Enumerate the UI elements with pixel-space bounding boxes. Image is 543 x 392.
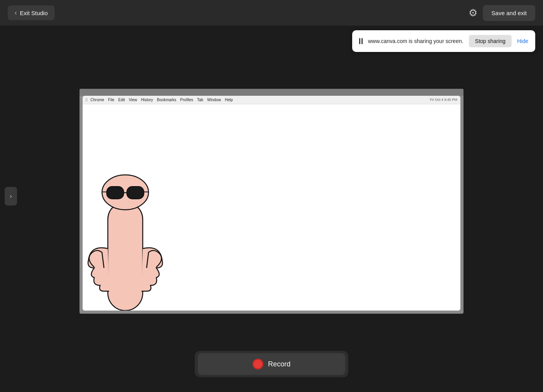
record-pill: Record xyxy=(195,351,348,377)
screen-share-bar: www.canva.com is sharing your screen. St… xyxy=(352,30,535,52)
top-bar: ‹ Exit Studio ⚙ Save and exit xyxy=(0,0,543,26)
svg-rect-3 xyxy=(127,187,144,199)
chevron-left-icon: ‹ xyxy=(15,9,17,16)
exit-studio-button[interactable]: ‹ Exit Studio xyxy=(8,5,55,20)
sidebar-toggle-button[interactable]: › xyxy=(5,187,17,205)
record-button[interactable]: Record xyxy=(198,353,345,375)
svg-rect-2 xyxy=(107,187,124,199)
mac-content-area xyxy=(83,104,460,311)
screen-preview:  Chrome File Edit View History Bookmark… xyxy=(80,89,463,314)
top-bar-right: ⚙ Save and exit xyxy=(469,5,535,21)
character-illustration xyxy=(83,148,168,311)
mac-menu-items: Chrome File Edit View History Bookmarks … xyxy=(90,98,233,102)
svg-rect-0 xyxy=(108,202,143,311)
share-icon-area xyxy=(359,38,363,44)
stop-sharing-button[interactable]: Stop sharing xyxy=(469,35,512,47)
canvas-area:  Chrome File Edit View History Bookmark… xyxy=(0,26,543,392)
pause-icon xyxy=(359,38,363,44)
settings-button[interactable]: ⚙ xyxy=(469,7,477,19)
record-label: Record xyxy=(268,360,291,368)
record-dot-icon xyxy=(252,359,263,370)
save-exit-button[interactable]: Save and exit xyxy=(483,5,535,21)
desktop-gray-area xyxy=(80,89,463,96)
mac-menubar:  Chrome File Edit View History Bookmark… xyxy=(83,96,460,104)
exit-studio-label: Exit Studio xyxy=(20,10,48,16)
mac-status-bar: Fri Oct 4 9:45 PM xyxy=(430,98,457,102)
gear-icon: ⚙ xyxy=(469,7,477,19)
record-container: Record xyxy=(195,351,348,377)
share-message: www.canva.com is sharing your screen. xyxy=(368,38,463,44)
apple-logo-icon:  xyxy=(86,97,87,102)
mac-window:  Chrome File Edit View History Bookmark… xyxy=(83,96,460,311)
hide-link[interactable]: Hide xyxy=(517,38,528,44)
chevron-right-icon: › xyxy=(10,193,12,200)
